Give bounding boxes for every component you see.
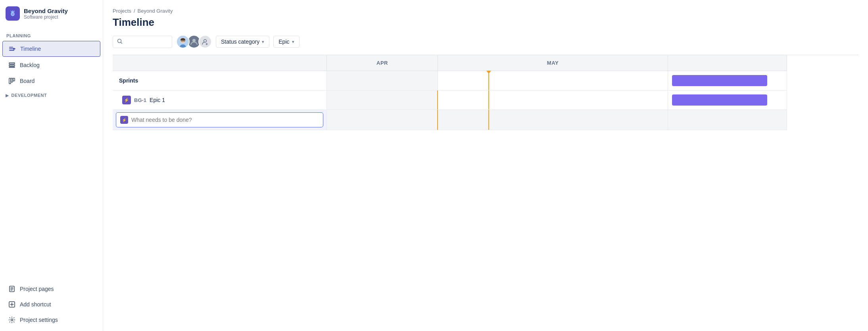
today-line-2 [437,90,438,110]
status-category-chevron: ▾ [262,39,264,44]
sidebar-item-project-pages-label: Project pages [20,286,54,292]
sprint-bar [672,75,767,86]
new-task-epic-icon: ⚡ [120,116,128,124]
epic-bar [672,94,767,106]
avatar-add[interactable] [198,35,212,48]
svg-point-16 [192,39,196,42]
epic-icon-text: ⚡ [124,98,129,103]
epic-icon: ⚡ [122,96,131,104]
sprints-label-cell: Sprints [113,71,327,90]
main-header: Projects / Beyond Gravity Timeline [103,0,868,35]
new-task-icon-glyph: ⚡ [122,118,127,122]
sidebar-item-project-settings[interactable]: Project settings [2,312,100,327]
epic-id: BG-1 [134,97,146,103]
epic-name: Epic 1 [150,97,165,103]
new-task-input-wrapper[interactable]: ⚡ [116,112,323,127]
project-name: Beyond Gravity [24,8,68,14]
sprints-extra-cell [668,71,787,90]
gear-icon [8,316,16,324]
sidebar-item-backlog-label: Backlog [20,62,40,68]
sidebar-item-add-shortcut-label: Add shortcut [20,301,51,308]
sidebar-item-project-settings-label: Project settings [20,317,58,323]
page-title: Timeline [113,16,858,29]
sidebar: Beyond Gravity Software project PLANNING… [0,0,103,331]
input-row-cell-label[interactable]: ⚡ [113,110,327,130]
breadcrumb-separator: / [134,8,135,14]
sidebar-item-board-label: Board [20,78,35,84]
board-icon [8,77,16,85]
today-line-3 [488,90,489,110]
development-label: DEVELOPMENT [12,93,47,98]
today-triangle [486,71,491,74]
input-extra-cell [668,110,787,130]
sprints-may-cell [438,71,668,90]
backlog-icon [8,61,16,69]
input-apr-cell [327,110,438,130]
status-category-button[interactable]: Status category ▾ [216,36,269,48]
epic-row-cell: ⚡ BG-1 Epic 1 [113,90,327,110]
sidebar-header: Beyond Gravity Software project [0,0,103,27]
epic-may-cell [438,90,668,110]
new-task-input[interactable] [131,117,319,123]
sidebar-item-board[interactable]: Board [2,73,100,89]
sidebar-item-timeline[interactable]: Timeline [2,41,100,57]
svg-point-10 [11,319,13,321]
svg-rect-3 [9,65,15,66]
epic-label-row: ⚡ BG-1 Epic 1 [113,90,326,110]
svg-rect-7 [13,78,15,81]
project-pages-icon [8,285,16,293]
timeline-icon [8,45,16,53]
svg-point-1 [13,48,15,50]
epic-extra-cell [668,90,787,110]
sidebar-item-timeline-label: Timeline [20,46,41,52]
avatar-user[interactable] [176,35,190,48]
toolbar: Status category ▾ Epic ▾ [103,35,868,55]
breadcrumb: Projects / Beyond Gravity [113,8,858,14]
breadcrumb-current[interactable]: Beyond Gravity [138,8,173,14]
svg-rect-5 [9,78,11,84]
today-line [488,71,489,90]
search-icon [117,38,123,45]
svg-rect-4 [9,67,15,67]
timeline-grid: APR MAY Sprints [113,55,858,130]
timeline-container[interactable]: APR MAY Sprints [113,55,858,331]
project-info: Beyond Gravity Software project [24,8,68,20]
epic-label: Epic [278,38,289,45]
sidebar-item-add-shortcut[interactable]: Add shortcut [2,297,100,312]
svg-rect-2 [9,63,15,64]
search-input[interactable] [126,38,168,45]
sprints-apr-cell [327,71,438,90]
breadcrumb-projects[interactable]: Projects [113,8,131,14]
project-type: Software project [24,14,68,20]
sidebar-footer: Project pages Add shortcut Project setti… [0,281,103,331]
sidebar-item-project-pages[interactable]: Project pages [2,281,100,296]
chevron-right-icon: ▶ [6,93,9,98]
development-section[interactable]: ▶ DEVELOPMENT [0,89,103,102]
sprints-row-label: Sprints [113,71,326,90]
timeline-header-apr: APR [327,55,438,71]
sprints-text: Sprints [119,77,138,84]
svg-rect-6 [11,78,13,82]
add-shortcut-icon [8,300,16,308]
today-line-4 [437,110,438,130]
input-may-cell [438,110,668,130]
epic-chevron: ▾ [292,39,294,44]
epic-button[interactable]: Epic ▾ [273,36,299,48]
search-box[interactable] [113,36,172,48]
timeline-header-extra [668,55,787,71]
timeline-header-label-col [113,55,327,71]
today-line-5 [488,110,489,130]
sidebar-item-backlog[interactable]: Backlog [2,58,100,73]
main-content: Projects / Beyond Gravity Timeline [103,0,868,331]
project-logo [6,6,20,21]
status-category-label: Status category [221,38,259,45]
avatar-group [176,35,212,48]
planning-section-label: PLANNING [0,27,103,40]
svg-point-0 [12,13,14,15]
epic-apr-cell [327,90,438,110]
timeline-header-may: MAY [438,55,668,71]
